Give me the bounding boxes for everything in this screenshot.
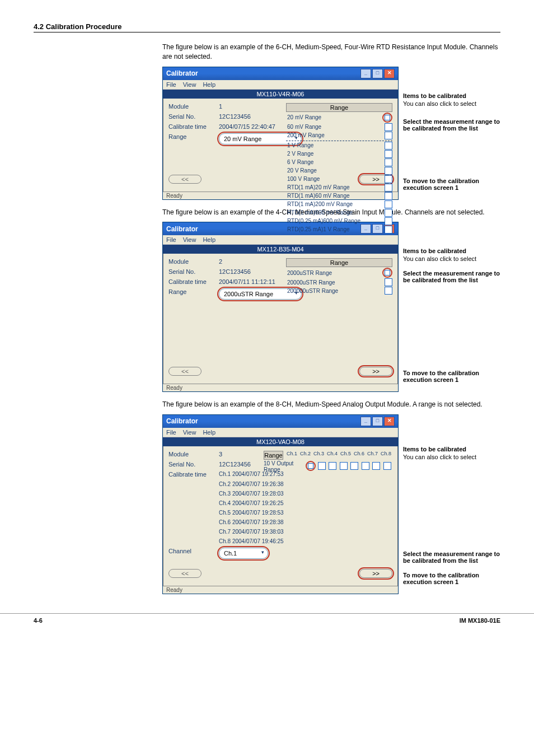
close-icon[interactable]: ✕ — [384, 417, 395, 426]
annot-move: To move to the calibration execution scr… — [403, 572, 500, 585]
next-button[interactable]: >> — [359, 569, 392, 578]
menu-help[interactable]: Help — [203, 81, 216, 88]
annot-items-sub: You can also click to select — [403, 100, 500, 107]
range-checkbox[interactable] — [385, 287, 392, 295]
range-checkbox[interactable] — [385, 192, 392, 200]
range-item: 1 V Range — [287, 142, 313, 148]
maximize-icon[interactable]: □ — [372, 69, 383, 78]
module-banner: MX110-V4R-M06 — [163, 90, 398, 99]
lbl-range: Range — [168, 133, 219, 144]
annot-select: Select the measurement range to be calib… — [403, 118, 500, 132]
channel-select[interactable]: Ch.1 — [219, 548, 268, 559]
range-panel: Range Ch.1Ch.2 Ch.3Ch.4 Ch.5Ch.6 Ch.7Ch.… — [264, 451, 392, 473]
range-checkbox[interactable] — [382, 113, 392, 123]
range-item: 6 V Range — [287, 159, 313, 165]
figure-2: Calibrator _ □ ✕ File View Help MX112-B3… — [162, 222, 500, 392]
menubar: File View Help — [163, 428, 398, 437]
caltime-ch: Ch.5 2004/07/07 19:28:53 — [219, 510, 392, 516]
annot-items-sub: You can also click to select — [403, 255, 500, 262]
statusbar: Ready — [163, 586, 398, 594]
statusbar: Ready — [163, 384, 398, 391]
range-checkbox[interactable] — [385, 226, 392, 234]
menu-help[interactable]: Help — [203, 236, 216, 243]
calibrator-window-3: Calibrator _ □ ✕ File View Help MX120-VA… — [162, 414, 399, 594]
caltime-ch: Ch.3 2004/07/07 19:28:03 — [219, 491, 392, 497]
prev-button[interactable]: << — [168, 569, 202, 578]
figure-3: Calibrator _ □ ✕ File View Help MX120-VA… — [162, 414, 500, 594]
maximize-icon[interactable]: □ — [372, 417, 383, 426]
range-item: 20 mV Range — [287, 114, 321, 120]
next-button[interactable]: >> — [359, 367, 392, 376]
range-item: 200000uSTR Range — [287, 288, 338, 294]
lbl-serial: Serial No. — [168, 268, 219, 275]
range-item: RTD(1 mA)600 mV Range — [287, 209, 353, 216]
ch-checkbox[interactable] — [306, 461, 316, 471]
range-header: Range — [264, 451, 283, 460]
ch-checkbox[interactable] — [318, 462, 326, 470]
range-checkbox[interactable] — [385, 132, 392, 139]
range-item: 60 mV Range — [287, 124, 321, 130]
range-panel: Range 20 mV Range 60 mV Range 200 mV Ran… — [286, 103, 392, 234]
range-checkbox[interactable] — [385, 123, 392, 131]
lbl-serial: Serial No. — [168, 113, 219, 120]
window-controls: _ □ ✕ — [360, 69, 395, 78]
range-checkbox[interactable] — [385, 209, 392, 217]
menu-file[interactable]: File — [166, 429, 176, 436]
range-item: 100 V Range — [287, 176, 320, 182]
lbl-range: Range — [168, 288, 219, 300]
range-checkbox[interactable] — [385, 175, 392, 183]
annot-select: Select the measurement range to be calib… — [403, 550, 500, 564]
annot-items-sub: You can also click to select — [403, 454, 500, 460]
lbl-caltime: Calibrate time — [168, 123, 219, 130]
range-checkbox[interactable] — [385, 167, 392, 175]
ch-checkbox[interactable] — [350, 462, 358, 470]
range-checkbox[interactable] — [385, 184, 392, 192]
footer-doc-id: IM MX180-01E — [460, 617, 500, 624]
range-panel: Range 2000uSTR Range 20000uSTR Range 200… — [286, 258, 392, 295]
menu-view[interactable]: View — [183, 429, 196, 436]
range-checkbox[interactable] — [385, 158, 392, 166]
menu-view[interactable]: View — [183, 81, 196, 88]
ch-checkbox[interactable] — [372, 462, 380, 470]
lbl-serial: Serial No. — [168, 461, 219, 468]
range-checkbox[interactable] — [385, 142, 392, 150]
prev-button[interactable]: << — [168, 367, 202, 376]
range-item: RTD(1 mA)60 mV Range — [287, 193, 350, 199]
output-range-label: 10 V Output Range — [264, 460, 305, 473]
close-icon[interactable]: ✕ — [384, 69, 395, 78]
range-checkbox[interactable] — [382, 268, 392, 278]
calibrator-window-1: Calibrator _ □ ✕ File View Help MX110-V4… — [162, 67, 399, 200]
menu-view[interactable]: View — [183, 236, 196, 243]
window-title: Calibrator — [166, 417, 198, 425]
menu-help[interactable]: Help — [203, 429, 216, 436]
ch-checkbox[interactable] — [362, 462, 369, 470]
prev-button[interactable]: << — [168, 175, 202, 184]
range-checkbox[interactable] — [385, 278, 392, 286]
caltime-ch: Ch.2 2004/07/07 19:26:38 — [219, 481, 392, 487]
figure-1: Calibrator _ □ ✕ File View Help MX110-V4… — [162, 67, 500, 200]
menubar: File View Help — [163, 80, 398, 90]
ch-checkbox[interactable] — [329, 462, 336, 470]
lbl-channel: Channel — [168, 548, 219, 559]
minimize-icon[interactable]: _ — [360, 417, 371, 426]
annot-items: Items to be calibrated — [403, 92, 500, 99]
footer-page-number: 4-6 — [34, 617, 43, 624]
window-title: Calibrator — [166, 69, 198, 77]
menu-file[interactable]: File — [166, 236, 176, 243]
range-checkbox[interactable] — [385, 200, 392, 208]
range-checkbox[interactable] — [385, 217, 392, 225]
range-checkbox[interactable] — [385, 150, 392, 158]
range-header: Range — [286, 258, 392, 267]
range-item: RTD(0.25 mA)1 V Range — [287, 226, 350, 232]
menu-file[interactable]: File — [166, 81, 176, 88]
page-footer: 4-6 IM MX180-01E — [0, 613, 534, 633]
window-title: Calibrator — [166, 225, 198, 233]
range-item: 2000uSTR Range — [287, 270, 332, 276]
caltime-ch: Ch.8 2004/07/07 19:46:25 — [219, 538, 392, 544]
annot-items: Items to be calibrated — [403, 446, 500, 452]
annot-move: To move to the calibration execution scr… — [403, 178, 500, 191]
ch-checkbox[interactable] — [340, 462, 348, 470]
range-item: 2 V Range — [287, 151, 313, 157]
minimize-icon[interactable]: _ — [360, 69, 371, 78]
ch-checkbox[interactable] — [383, 462, 391, 470]
